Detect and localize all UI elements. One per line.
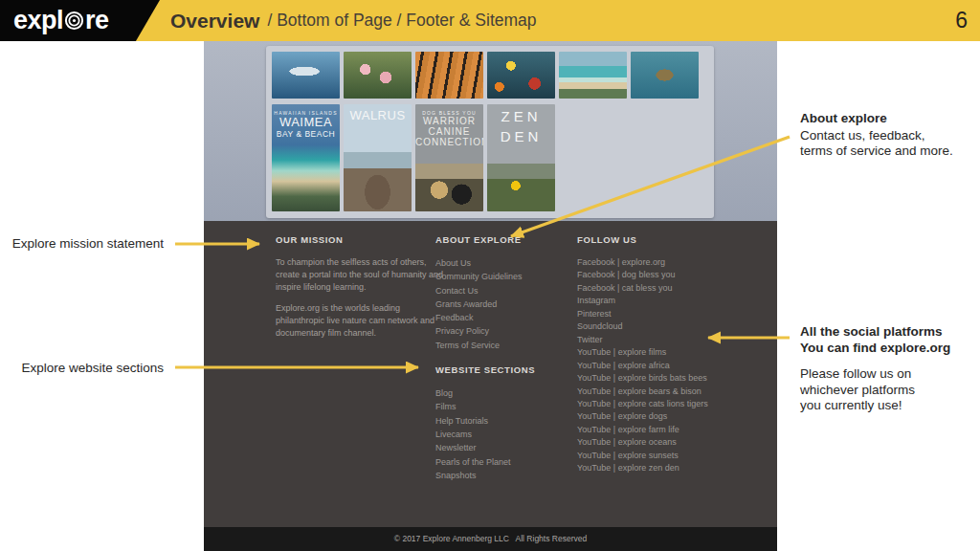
footer-link-pearls-of-the-planet[interactable]: Pearls of the Planet (435, 455, 574, 469)
footer-link-youtube-zen-den[interactable]: YouTube | explore zen den (577, 462, 773, 474)
footer-link-pinterest[interactable]: Pinterest (577, 308, 773, 320)
card-warrior-canine[interactable]: DOG BLESS YOU WARRIOR CANINE CONNECTION (415, 104, 483, 211)
annotation-title: About explore (800, 111, 953, 127)
annotation-social-platforms: All the social platforms You can find ex… (800, 323, 950, 414)
footer-link-films[interactable]: Films (435, 400, 574, 413)
thumbnail-beach-cove[interactable] (559, 52, 627, 99)
slide-title: Overview / Bottom of Page / Footer & Sit… (170, 0, 537, 41)
footer-link-youtube-farm-life[interactable]: YouTube | explore farm life (577, 424, 773, 436)
footer-link-youtube-dogs[interactable]: YouTube | explore dogs (577, 410, 773, 423)
annotation-title: All the social platforms You can find ex… (800, 324, 950, 356)
card-title: CONNECTION (415, 137, 483, 147)
explore-logo: explre (13, 7, 109, 36)
site-footer: OUR MISSION To champion the selfless act… (204, 221, 777, 551)
annotation-label: Explore website sections (21, 361, 164, 375)
footer-link-soundcloud[interactable]: Soundcloud (577, 320, 773, 333)
annotation-body: Contact us, feedback, terms of service a… (800, 128, 953, 160)
thumbnail-row (272, 52, 708, 99)
footer-link-help-tutorials[interactable]: Help Tutorials (435, 414, 574, 428)
footer-link-youtube-cats-lions-tigers[interactable]: YouTube | explore cats lions tigers (577, 398, 773, 410)
slide-header: explre Overview / Bottom of Page / Foote… (0, 0, 980, 41)
footer-link-newsletter[interactable]: Newsletter (435, 441, 574, 454)
footer-link-privacy-policy[interactable]: Privacy Policy (435, 324, 574, 338)
card-title: CANINE (415, 126, 483, 137)
footer-link-youtube-birds-bats-bees[interactable]: YouTube | explore birds bats bees (577, 372, 773, 385)
footer-link-youtube-explore-films[interactable]: YouTube | explore films (577, 346, 773, 359)
thumbnail-sea-turtle[interactable] (631, 52, 699, 99)
thumbnail-panel: HAWAIIAN ISLANDS WAIMEA BAY & BEACH WALR… (266, 46, 714, 218)
footer-link-grants-awarded[interactable]: Grants Awarded (435, 298, 574, 311)
footer-link-youtube-explore-africa[interactable]: YouTube | explore africa (577, 360, 773, 372)
footer-link-youtube-bears-bison[interactable]: YouTube | explore bears & bison (577, 386, 773, 398)
footer-link-livecams[interactable]: Livecams (435, 428, 574, 441)
copyright-text: © 2017 Explore Annenberg LLC All Rights … (204, 527, 777, 551)
footer-link-blog[interactable]: Blog (435, 386, 574, 400)
card-subtitle: BAY & BEACH (272, 129, 340, 139)
mission-paragraph: To champion the selfless acts of others,… (276, 256, 448, 293)
footer-follow-column: FOLLOW US Facebook | explore.org Faceboo… (577, 234, 773, 475)
website-screenshot: HAWAIIAN ISLANDS WAIMEA BAY & BEACH WALR… (204, 41, 777, 551)
footer-link-facebook-dog-bless-you[interactable]: Facebook | dog bless you (577, 269, 773, 281)
thumbnail-tiger[interactable] (415, 52, 483, 99)
thumbnail-coral-reef[interactable] (487, 52, 555, 99)
about-heading: ABOUT EXPLORE (435, 234, 574, 245)
annotation-label: Explore mission statement (12, 236, 164, 251)
footer-link-facebook-explore[interactable]: Facebook | explore.org (577, 256, 773, 269)
card-kicker: DOG BLESS YOU (415, 110, 483, 116)
slide-title-secondary: / Bottom of Page / Footer & Sitemap (267, 11, 536, 31)
footer-link-youtube-sunsets[interactable]: YouTube | explore sunsets (577, 450, 773, 462)
footer-link-snapshots[interactable]: Snapshots (435, 469, 574, 482)
footer-link-youtube-oceans[interactable]: YouTube | explore oceans (577, 436, 773, 449)
card-waimea-bay[interactable]: HAWAIIAN ISLANDS WAIMEA BAY & BEACH (272, 104, 340, 211)
card-title: WALRUS (344, 109, 412, 122)
sections-heading: WEBSITE SECTIONS (435, 364, 574, 375)
card-title: DEN (487, 128, 555, 144)
card-walrus[interactable]: WALRUS (344, 104, 412, 211)
follow-heading: FOLLOW US (577, 234, 773, 245)
card-title: WARRIOR (415, 116, 483, 126)
annotation-body: Please follow us on whichever platforms … (800, 366, 950, 414)
card-title: WAIMEA (272, 116, 340, 129)
card-row: HAWAIIAN ISLANDS WAIMEA BAY & BEACH WALR… (272, 104, 708, 211)
card-zen-den[interactable]: ZEN DEN (487, 104, 555, 211)
footer-link-facebook-cat-bless-you[interactable]: Facebook | cat bless you (577, 282, 773, 295)
annotation-website-sections: Explore website sections (0, 361, 164, 377)
mission-paragraph: Explore.org is the worlds leading philan… (276, 302, 448, 339)
copyright-bar: © 2017 Explore Annenberg LLC All Rights … (204, 527, 777, 551)
spiral-o-icon (64, 9, 84, 36)
footer-mission-column: OUR MISSION To champion the selfless act… (276, 234, 448, 340)
footer-link-contact-us[interactable]: Contact Us (435, 284, 574, 298)
thumbnail-shark[interactable] (272, 52, 340, 99)
mission-heading: OUR MISSION (276, 234, 448, 245)
slide-title-primary: Overview (170, 10, 259, 33)
footer-link-community-guidelines[interactable]: Community Guidelines (435, 270, 574, 283)
footer-about-column: ABOUT EXPLORE About Us Community Guideli… (435, 234, 574, 482)
thumbnail-pink-birds[interactable] (344, 52, 412, 99)
footer-link-about-us[interactable]: About Us (435, 256, 574, 270)
page-number: 6 (955, 0, 968, 41)
footer-link-instagram[interactable]: Instagram (577, 295, 773, 307)
logo-text-suffix: re (85, 6, 109, 34)
footer-link-twitter[interactable]: Twitter (577, 334, 773, 346)
card-title: ZEN (487, 108, 555, 124)
logo-text-prefix: expl (13, 6, 63, 34)
footer-link-feedback[interactable]: Feedback (435, 311, 574, 324)
card-kicker: HAWAIIAN ISLANDS (272, 110, 340, 116)
annotation-mission-statement: Explore mission statement (0, 236, 164, 253)
footer-link-terms-of-service[interactable]: Terms of Service (435, 339, 574, 352)
annotation-about-explore: About explore Contact us, feedback, term… (800, 111, 953, 160)
